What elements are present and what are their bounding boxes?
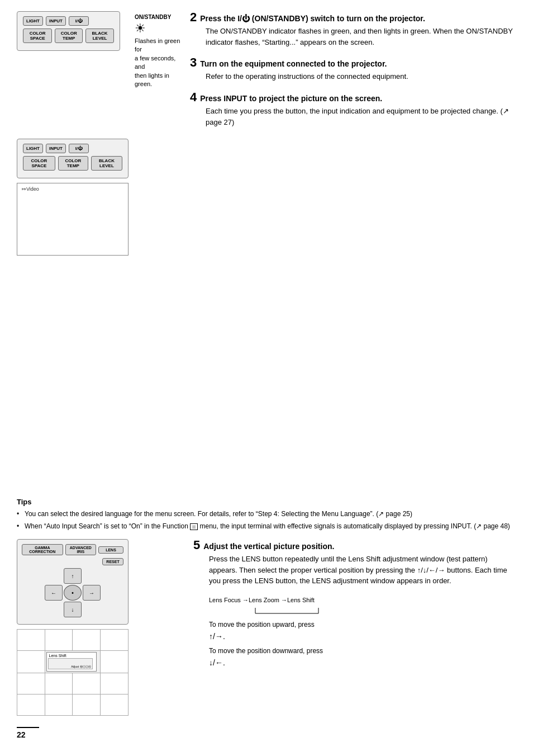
step-3-num: 3 [190,56,197,69]
panel-2: LIGHT INPUT I/⏻ COLOR SPACE COLOR TEMP B… [17,139,129,178]
step-3-header: 3 Turn on the equipment connected to the… [190,56,516,69]
dpad-up: ↑ [64,568,82,584]
step-4-body: Each time you press the button, the inpu… [206,106,516,127]
step-5-header: 5 Adjust the vertical picture position. [193,539,516,551]
lens-sequence-wrapper: Lens Focus →Lens Zoom →Lens Shift To mov… [209,593,516,669]
indicator-text: Flashes in green for a few seconds, and … [135,37,184,88]
dpad-center: • [64,585,82,601]
step-5-body: Press the LENS button repeatedly until t… [209,554,516,587]
step-4-title: Press INPUT to project the picture on th… [200,93,382,103]
panel2-btn-blacklevel: BLACK LEVEL [91,156,122,171]
step-5-num: 5 [193,539,200,551]
grid-cell-2-4 [101,651,129,673]
lens-seq-text: Lens Focus →Lens Zoom →Lens Shift [209,597,315,603]
left-column: LIGHT INPUT I/⏻ COLOR SPACE COLOR TEMP B… [17,11,184,492]
lens-btn-reset: RESET [102,558,123,565]
tips-section: Tips You can select the desired language… [17,498,516,533]
indicator-label: ON/STANDBY [135,14,171,20]
sun-icon: ☀ [135,22,146,35]
top-section: LIGHT INPUT I/⏻ COLOR SPACE COLOR TEMP B… [17,11,184,88]
lens-panel: GAMMA CORRECTION ADVANCED IRIS LENS RESE… [17,539,129,625]
grid-cell-3-1 [17,673,45,694]
panel2-row-2: COLOR SPACE COLOR TEMP BLACK LEVEL [23,156,122,171]
grid-cell-1-3 [73,630,101,651]
tips-item-2: When “Auto Input Search” is set to “On” … [17,521,516,531]
menu-icon: ☷ [190,523,198,530]
indicator-area: ON/STANDBY ☀ Flashes in green for a few … [135,14,184,88]
lens-btn-lens: LENS [98,546,123,554]
panel2-row-1: LIGHT INPUT I/⏻ [23,144,122,153]
step-4-num: 4 [190,91,197,103]
lens-btn-gamma: GAMMA CORRECTION [22,544,63,555]
lens-bracket-svg [209,607,321,615]
tips-list: You can select the desired language for … [17,509,516,531]
grid-cell-4-4 [101,694,129,716]
panel-2-wrapper: LIGHT INPUT I/⏻ COLOR SPACE COLOR TEMP B… [17,139,184,256]
main-content: LIGHT INPUT I/⏻ COLOR SPACE COLOR TEMP B… [17,11,516,492]
panel2-btn-colorspace: COLOR SPACE [23,156,55,171]
panel-1: LIGHT INPUT I/⏻ COLOR SPACE COLOR TEMP B… [17,11,120,51]
panel-btn-input: INPUT [46,16,66,26]
screen-display: ⤇Video [17,183,129,256]
panel-btn-light: LIGHT [23,16,43,26]
step-2-num: 2 [190,11,197,23]
right-column: 2 Press the I/⏻ (ON/STANDBY) switch to t… [190,11,516,492]
lens-panel-row2: RESET [22,558,123,565]
panel-row-1: LIGHT INPUT I/⏻ [23,16,114,26]
grid-cell-3-2 [45,673,73,694]
lens-sequence: Lens Focus →Lens Zoom →Lens Shift [209,597,516,603]
panel-btn-blacklevel: BLACK LEVEL [85,29,114,43]
bottom-right: 5 Adjust the vertical picture position. … [193,539,516,716]
panel-btn-colorspace: COLOR SPACE [23,29,52,43]
step-3-title: Turn on the equipment connected to the p… [200,59,387,69]
panel2-btn-light: LIGHT [23,144,43,153]
step-2-title: Press the I/⏻ (ON/STANDBY) switch to tur… [200,13,425,23]
panel2-btn-input: INPUT [46,144,66,153]
lens-seq-bracket-line [209,607,516,616]
grid-row-4 [17,694,129,716]
panel2-btn-colortemp: COLOR TEMP [58,156,88,171]
page: LIGHT INPUT I/⏻ COLOR SPACE COLOR TEMP B… [0,0,533,756]
tips-item-1: You can select the desired language for … [17,509,516,519]
grid-cell-3-4 [101,673,129,694]
panel-btn-power: I/⏻ [69,16,89,26]
lens-grid-table: Lens Shift Adjust ⓂⒾⒿⓀ [17,629,129,716]
grid-cell-2-1 [17,651,45,673]
grid-cell-4-1 [17,694,45,716]
lens-btn-iris: ADVANCED IRIS [65,544,96,555]
grid-cell-1-2 [45,630,73,651]
step-3: 3 Turn on the equipment connected to the… [190,56,516,82]
screen-label: ⤇Video [22,186,39,192]
tips-title: Tips [17,498,516,506]
lens-shift-display: Lens Shift Adjust ⓂⒾⒿⓀ [45,651,101,673]
step-5-title: Adjust the vertical picture position. [203,541,334,551]
step-2-header: 2 Press the I/⏻ (ON/STANDBY) switch to t… [190,11,516,23]
lens-down-note: To move the position downward, press ↓/←… [209,646,516,669]
grid-cell-1-4 [101,630,129,651]
dpad-down: ↓ [64,602,82,617]
lens-up-note: To move the position upward, press ↑/→. [209,620,516,643]
spacer-1 [17,100,184,133]
grid-cell-1-1 [17,630,45,651]
step-3-body: Refer to the operating instructions of t… [206,71,516,82]
panel-row-2: COLOR SPACE COLOR TEMP BLACK LEVEL [23,29,114,43]
panel2-btn-power: I/⏻ [69,144,89,153]
step-5: 5 Adjust the vertical picture position. … [193,539,516,669]
grid-row-2: Lens Shift Adjust ⓂⒾⒿⓀ [17,651,129,673]
lens-shift-label: Lens Shift [48,654,95,658]
step-4-header: 4 Press INPUT to project the picture on … [190,91,516,103]
dpad: ↑ ← • → ↓ [45,568,101,617]
page-number: 22 [17,727,39,739]
step-2: 2 Press the I/⏻ (ON/STANDBY) switch to t… [190,11,516,48]
bottom-section: GAMMA CORRECTION ADVANCED IRIS LENS RESE… [17,539,516,716]
grid-row-3 [17,673,129,694]
bottom-left: GAMMA CORRECTION ADVANCED IRIS LENS RESE… [17,539,184,716]
grid-row-1 [17,630,129,651]
grid-cell-4-3 [73,694,101,716]
grid-cell-4-2 [45,694,73,716]
lens-panel-row1: GAMMA CORRECTION ADVANCED IRIS LENS [22,544,123,555]
grid-cell-3-3 [73,673,101,694]
dpad-right: → [83,585,101,601]
panel-btn-colortemp: COLOR TEMP [55,29,83,43]
step-4: 4 Press INPUT to project the picture on … [190,91,516,127]
